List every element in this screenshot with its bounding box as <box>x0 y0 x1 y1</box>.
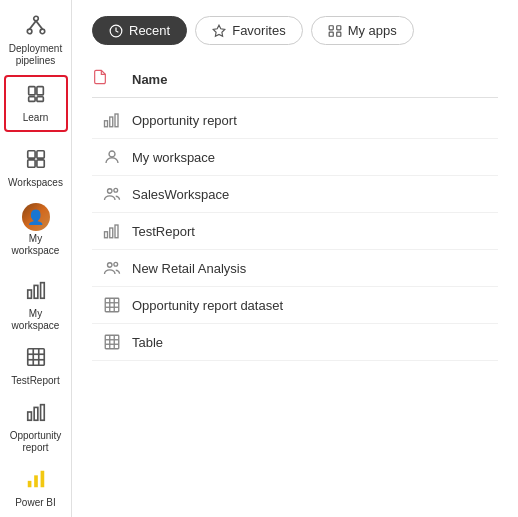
svg-rect-9 <box>27 151 34 158</box>
bar-chart-row-icon-2 <box>103 222 121 240</box>
row-name: Opportunity report dataset <box>132 298 283 313</box>
table-row[interactable]: My workspace <box>92 139 498 176</box>
svg-rect-6 <box>36 87 42 95</box>
table-row[interactable]: SalesWorkspace <box>92 176 498 213</box>
sidebar-item-learn[interactable]: Learn <box>4 75 68 132</box>
workspaces-icon <box>25 148 47 175</box>
header-name: Name <box>132 72 167 87</box>
table-header: Name <box>92 65 498 98</box>
row-icon-col <box>92 296 132 314</box>
svg-point-0 <box>33 16 38 21</box>
row-name: New Retail Analysis <box>132 261 246 276</box>
svg-rect-14 <box>34 285 38 298</box>
person-icon <box>103 148 121 166</box>
svg-point-38 <box>114 188 118 192</box>
svg-rect-24 <box>27 481 31 487</box>
svg-rect-35 <box>115 114 118 127</box>
sidebar-item-deployment-pipelines[interactable]: Deployment pipelines <box>4 8 68 73</box>
recent-icon <box>109 24 123 38</box>
group-icon-2 <box>103 259 121 277</box>
group-icon <box>103 185 121 203</box>
tab-recent[interactable]: Recent <box>92 16 187 45</box>
row-icon-col <box>92 111 132 129</box>
svg-rect-25 <box>34 475 38 487</box>
svg-point-37 <box>108 189 113 194</box>
tab-favorites[interactable]: Favorites <box>195 16 302 45</box>
svg-rect-10 <box>36 151 43 158</box>
svg-rect-26 <box>40 471 44 488</box>
bar-chart-icon <box>25 279 47 306</box>
content-table: Name Opportunity report My workspace <box>92 65 498 361</box>
svg-rect-30 <box>336 25 340 29</box>
row-name: Opportunity report <box>132 113 237 128</box>
svg-rect-23 <box>40 405 44 421</box>
svg-rect-33 <box>105 121 108 127</box>
sidebar-item-label: Myworkspace <box>12 233 60 257</box>
sidebar-item-label: Power BI <box>15 497 56 509</box>
learn-icon <box>25 83 47 110</box>
avatar: 👤 <box>22 203 50 231</box>
tab-my-apps[interactable]: My apps <box>311 16 414 45</box>
sidebar-item-my-workspace[interactable]: 👤 Myworkspace <box>4 197 68 263</box>
svg-rect-16 <box>27 349 44 366</box>
svg-marker-28 <box>213 25 225 36</box>
bar-chart-2-icon <box>25 401 47 428</box>
svg-rect-11 <box>27 160 34 167</box>
table-row[interactable]: Opportunity report <box>92 102 498 139</box>
pipeline-icon <box>25 14 47 41</box>
table-row[interactable]: TestReport <box>92 213 498 250</box>
svg-rect-32 <box>336 32 340 36</box>
sidebar-item-label: Learn <box>23 112 49 124</box>
table-row[interactable]: Table <box>92 324 498 361</box>
svg-point-36 <box>109 151 115 157</box>
svg-rect-15 <box>40 283 44 299</box>
svg-rect-5 <box>28 87 34 95</box>
apps-icon <box>328 24 342 38</box>
sidebar-item-label: TestReport <box>11 375 59 387</box>
svg-rect-40 <box>110 228 113 238</box>
svg-point-2 <box>40 29 45 34</box>
header-icon-col <box>92 69 132 89</box>
svg-rect-49 <box>105 335 119 349</box>
row-name: Table <box>132 335 163 350</box>
svg-point-1 <box>27 29 32 34</box>
svg-rect-31 <box>329 32 333 36</box>
svg-rect-39 <box>105 232 108 238</box>
svg-line-4 <box>36 21 42 29</box>
svg-point-43 <box>114 262 118 266</box>
svg-rect-29 <box>329 25 333 29</box>
svg-rect-7 <box>28 97 34 102</box>
star-icon <box>212 24 226 38</box>
row-name: TestReport <box>132 224 195 239</box>
svg-rect-12 <box>36 160 43 167</box>
sidebar-item-label: My workspace <box>8 308 64 332</box>
row-icon-col <box>92 185 132 203</box>
row-icon-col <box>92 222 132 240</box>
bar-chart-row-icon <box>103 111 121 129</box>
table-row[interactable]: New Retail Analysis <box>92 250 498 287</box>
sidebar: Deployment pipelines Learn Workspaces <box>0 0 72 517</box>
sidebar-item-table[interactable]: TestReport <box>4 340 68 393</box>
sidebar-item-workspaces[interactable]: Workspaces <box>4 142 68 195</box>
row-icon-col <box>92 333 132 351</box>
main-content: Recent Favorites My apps <box>72 0 518 517</box>
table-row[interactable]: Opportunity report dataset <box>92 287 498 324</box>
svg-point-42 <box>108 263 113 268</box>
dataset-icon <box>103 296 121 314</box>
sidebar-item-opportunity-report[interactable]: Opportunity report <box>4 395 68 460</box>
svg-rect-22 <box>34 407 38 420</box>
sidebar-item-label: Deployment pipelines <box>8 43 64 67</box>
row-name: SalesWorkspace <box>132 187 229 202</box>
svg-rect-34 <box>110 117 113 127</box>
svg-rect-13 <box>27 290 31 298</box>
sidebar-item-test-report[interactable]: My workspace <box>4 273 68 338</box>
svg-rect-8 <box>36 97 42 102</box>
sidebar-item-label: Opportunity report <box>8 430 64 454</box>
sidebar-item-power-bi[interactable]: Power BI <box>4 462 68 515</box>
table-icon <box>25 346 47 373</box>
row-icon-col <box>92 148 132 166</box>
svg-rect-44 <box>105 298 119 312</box>
power-bi-icon <box>25 468 47 495</box>
svg-line-3 <box>29 21 35 29</box>
dataset-icon-2 <box>103 333 121 351</box>
